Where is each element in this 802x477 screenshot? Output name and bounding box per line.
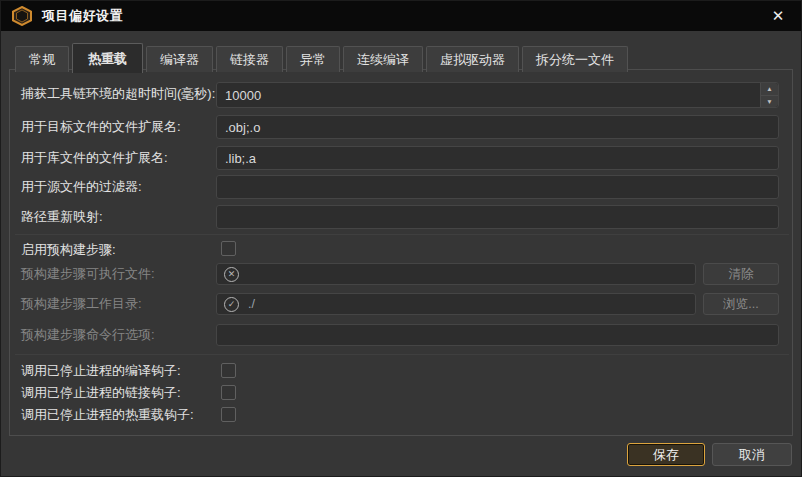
path-remap-input[interactable] bbox=[216, 205, 779, 229]
enable-prebuild-checkbox[interactable] bbox=[221, 241, 236, 256]
section-divider bbox=[15, 234, 789, 235]
prebuild-exe-label: 预构建步骤可执行文件: bbox=[21, 263, 155, 285]
tab-content-panel: 捕获工具链环境的超时时间(毫秒): ▲ ▼ 用于目标文件的文件扩展名: 用于库文… bbox=[9, 69, 793, 436]
tab-split-unity-files[interactable]: 拆分统一文件 bbox=[522, 46, 628, 72]
circle-check-icon: ✓ bbox=[224, 297, 239, 312]
clear-button[interactable]: 清除 bbox=[703, 263, 779, 285]
prebuild-dir-input[interactable]: ✓ ./ bbox=[216, 293, 696, 315]
source-filter-label: 用于源文件的过滤器: bbox=[21, 175, 142, 199]
prebuild-dir-label: 预构建步骤工作目录: bbox=[21, 293, 142, 315]
hook-compile-label: 调用已停止进程的编译钩子: bbox=[21, 361, 181, 381]
lib-ext-input[interactable] bbox=[216, 146, 779, 170]
hook-compile-checkbox[interactable] bbox=[221, 363, 236, 378]
lib-ext-label: 用于库文件的文件扩展名: bbox=[21, 146, 168, 170]
tab-virtual-drive[interactable]: 虚拟驱动器 bbox=[426, 46, 519, 72]
prebuild-args-label: 预构建步骤命令行选项: bbox=[21, 324, 155, 346]
target-ext-input[interactable] bbox=[216, 115, 779, 139]
save-button[interactable]: 保存 bbox=[627, 443, 705, 466]
timeout-label: 捕获工具链环境的超时时间(毫秒): bbox=[21, 82, 215, 106]
timeout-field-group: ▲ ▼ bbox=[216, 82, 779, 108]
tab-general[interactable]: 常规 bbox=[15, 46, 69, 72]
prebuild-exe-input[interactable]: ✕ bbox=[216, 263, 696, 285]
path-remap-label: 路径重新映射: bbox=[21, 205, 103, 229]
hook-link-label: 调用已停止进程的链接钩子: bbox=[21, 383, 181, 403]
tab-continuous-compile[interactable]: 连续编译 bbox=[343, 46, 423, 72]
tab-hot-reload[interactable]: 热重载 bbox=[72, 43, 143, 73]
browse-button[interactable]: 浏览... bbox=[703, 293, 779, 315]
app-logo-icon bbox=[11, 6, 33, 26]
prebuild-args-input[interactable] bbox=[216, 324, 779, 346]
hook-reload-label: 调用已停止进程的热重载钩子: bbox=[21, 405, 194, 425]
source-filter-input[interactable] bbox=[216, 175, 779, 199]
close-icon[interactable]: ✕ bbox=[761, 1, 795, 31]
timeout-spinner: ▲ ▼ bbox=[760, 83, 778, 107]
title-bar: 项目偏好设置 ✕ bbox=[1, 1, 801, 31]
prebuild-dir-value: ./ bbox=[248, 297, 255, 311]
circle-cross-icon: ✕ bbox=[224, 267, 239, 282]
window-title: 项目偏好设置 bbox=[42, 7, 123, 25]
hook-reload-checkbox[interactable] bbox=[221, 407, 236, 422]
tab-linker[interactable]: 链接器 bbox=[216, 46, 283, 72]
spinner-up-icon[interactable]: ▲ bbox=[761, 83, 778, 96]
cancel-button[interactable]: 取消 bbox=[712, 443, 792, 466]
target-ext-label: 用于目标文件的文件扩展名: bbox=[21, 115, 181, 139]
hook-link-checkbox[interactable] bbox=[221, 385, 236, 400]
tab-compiler[interactable]: 编译器 bbox=[146, 46, 213, 72]
timeout-input[interactable] bbox=[217, 83, 760, 107]
preferences-dialog: 项目偏好设置 ✕ 常规 热重载 编译器 链接器 异常 连续编译 虚拟驱动器 拆分… bbox=[0, 0, 802, 477]
section-divider bbox=[15, 354, 789, 355]
tab-bar: 常规 热重载 编译器 链接器 异常 连续编译 虚拟驱动器 拆分统一文件 bbox=[15, 43, 628, 72]
tab-exceptions[interactable]: 异常 bbox=[286, 46, 340, 72]
spinner-down-icon[interactable]: ▼ bbox=[761, 96, 778, 108]
enable-prebuild-label: 启用预构建步骤: bbox=[21, 238, 116, 262]
